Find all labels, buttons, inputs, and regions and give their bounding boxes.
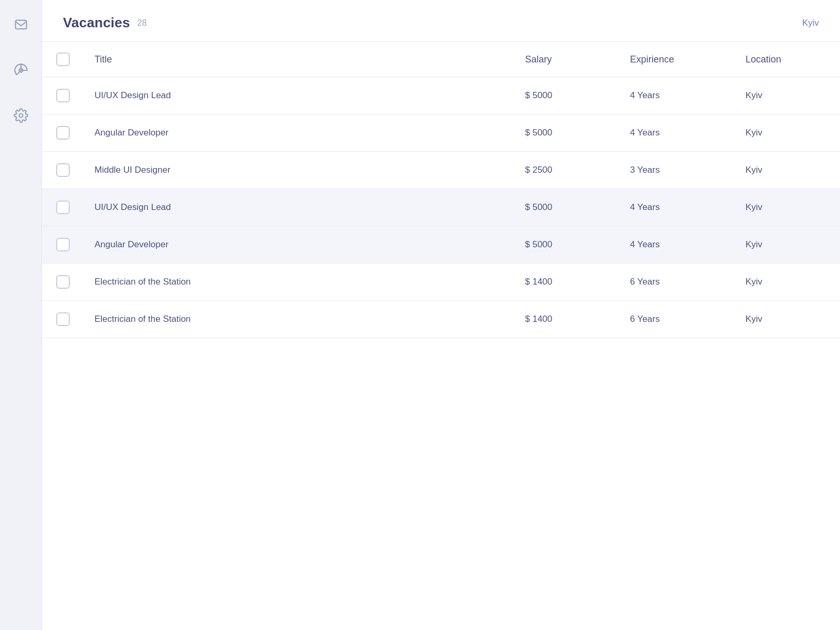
table-row: Angular Developer $ 5000 4 Years Kyiv [42,114,840,152]
row-salary: $ 5000 [514,239,620,250]
row-location: Kyiv [735,277,840,287]
row-location: Kyiv [735,202,840,213]
row-checkbox[interactable] [56,201,70,214]
page-header: Vacancies 28 Kyiv [42,0,840,42]
row-title: Electrician of the Station [84,277,514,287]
row-checkbox[interactable] [56,275,70,289]
select-all-checkbox[interactable] [56,52,70,66]
row-experience: 3 Years [620,165,735,175]
header-salary: Salary [514,52,620,66]
svg-rect-0 [15,20,26,29]
vacancies-table: Title Salary Expirience Location UI/UX D… [42,42,840,338]
main-content: Vacancies 28 Kyiv Title Salary Expirienc… [42,0,840,630]
row-salary: $ 5000 [514,128,620,138]
header-location: Location [735,52,840,66]
row-title: Angular Developer [84,239,514,250]
row-location: Kyiv [735,239,840,250]
row-checkbox-col [42,89,84,102]
row-checkbox[interactable] [56,163,70,177]
row-checkbox-col [42,238,84,251]
row-checkbox-col [42,312,84,326]
row-experience: 6 Years [620,277,735,287]
table-row: Electrician of the Station $ 1400 6 Year… [42,301,840,338]
header-checkbox-col [42,52,84,66]
settings-icon[interactable] [12,106,30,125]
svg-point-2 [19,114,23,118]
row-title: Middle UI Designer [84,165,514,175]
vacancies-count: 28 [138,18,147,28]
row-title: UI/UX Design Lead [84,90,514,101]
table-body: UI/UX Design Lead $ 5000 4 Years Kyiv An… [42,77,840,338]
row-location: Kyiv [735,90,840,101]
message-icon[interactable] [12,16,30,35]
table-row: Middle UI Designer $ 2500 3 Years Kyiv [42,152,840,189]
row-salary: $ 2500 [514,165,620,175]
row-salary: $ 5000 [514,90,620,101]
row-salary: $ 1400 [514,277,620,287]
row-salary: $ 1400 [514,314,620,324]
row-experience: 4 Years [620,90,735,101]
row-checkbox[interactable] [56,89,70,102]
row-experience: 6 Years [620,314,735,324]
sidebar [0,0,42,630]
row-checkbox[interactable] [56,126,70,140]
row-checkbox-col [42,163,84,177]
table-row: UI/UX Design Lead $ 5000 4 Years Kyiv [42,77,840,114]
row-experience: 4 Years [620,128,735,138]
table-row: UI/UX Design Lead $ 5000 4 Years Kyiv [42,189,840,226]
row-experience: 4 Years [620,202,735,213]
row-title: Electrician of the Station [84,314,514,324]
row-experience: 4 Years [620,239,735,250]
row-location: Kyiv [735,165,840,175]
page-title: Vacancies [63,15,130,31]
table-row: Angular Developer $ 5000 4 Years Kyiv [42,226,840,264]
row-location: Kyiv [735,128,840,138]
chart-icon[interactable] [12,61,30,80]
row-checkbox[interactable] [56,312,70,326]
row-title: Angular Developer [84,128,514,138]
row-salary: $ 5000 [514,202,620,213]
row-checkbox-col [42,201,84,214]
header-title: Title [84,52,514,66]
row-location: Kyiv [735,314,840,324]
row-title: UI/UX Design Lead [84,202,514,213]
row-checkbox-col [42,126,84,140]
row-checkbox[interactable] [56,238,70,251]
header-experience: Expirience [620,52,735,66]
row-checkbox-col [42,275,84,289]
table-row: Electrician of the Station $ 1400 6 Year… [42,264,840,301]
table-header: Title Salary Expirience Location [42,42,840,77]
location-filter[interactable]: Kyiv [802,18,819,28]
